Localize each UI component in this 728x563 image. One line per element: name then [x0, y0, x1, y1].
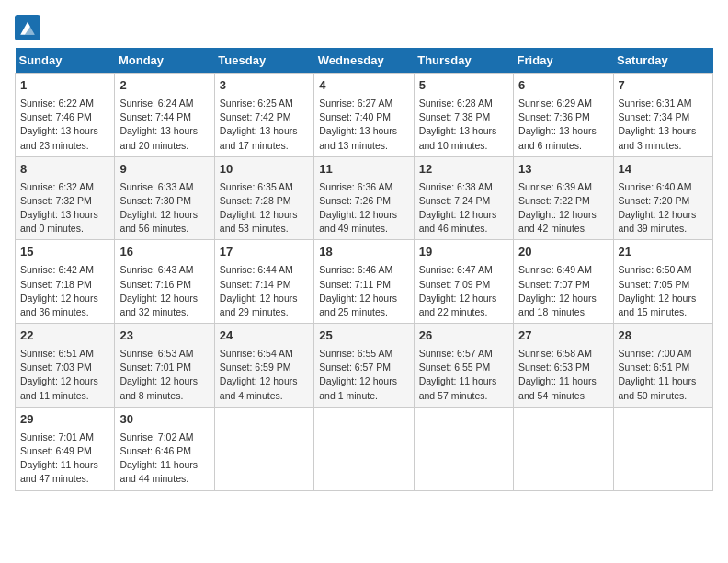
calendar-header: SundayMondayTuesdayWednesdayThursdayFrid…: [16, 48, 713, 74]
cell-content: Sunrise: 6:43 AMSunset: 7:16 PMDaylight:…: [119, 263, 209, 319]
calendar-cell: 1Sunrise: 6:22 AMSunset: 7:46 PMDaylight…: [16, 74, 115, 157]
day-number: 11: [319, 161, 408, 178]
calendar-week-3: 15Sunrise: 6:42 AMSunset: 7:18 PMDayligh…: [16, 240, 713, 324]
day-number: 10: [220, 161, 309, 178]
day-number: 8: [20, 161, 109, 178]
calendar-body: 1Sunrise: 6:22 AMSunset: 7:46 PMDaylight…: [16, 74, 713, 491]
day-number: 18: [319, 244, 408, 261]
calendar-cell: 8Sunrise: 6:32 AMSunset: 7:32 PMDaylight…: [16, 156, 115, 240]
weekday-header-sunday: Sunday: [16, 48, 115, 74]
cell-content: Sunrise: 6:27 AMSunset: 7:40 PMDaylight:…: [319, 97, 408, 153]
calendar-cell: 5Sunrise: 6:28 AMSunset: 7:38 PMDaylight…: [414, 74, 513, 157]
page-header: [15, 15, 713, 40]
day-number: 6: [518, 77, 608, 95]
cell-content: Sunrise: 6:36 AMSunset: 7:26 PMDaylight:…: [319, 180, 408, 236]
calendar-week-1: 1Sunrise: 6:22 AMSunset: 7:46 PMDaylight…: [16, 74, 713, 157]
cell-content: Sunrise: 6:33 AMSunset: 7:30 PMDaylight:…: [119, 180, 209, 236]
cell-content: Sunrise: 6:49 AMSunset: 7:07 PMDaylight:…: [518, 263, 608, 319]
calendar-cell: 17Sunrise: 6:44 AMSunset: 7:14 PMDayligh…: [214, 240, 313, 324]
cell-content: Sunrise: 6:35 AMSunset: 7:28 PMDaylight:…: [220, 180, 309, 236]
calendar-cell: 27Sunrise: 6:58 AMSunset: 6:53 PMDayligh…: [514, 324, 613, 408]
calendar-cell: 10Sunrise: 6:35 AMSunset: 7:28 PMDayligh…: [214, 156, 313, 240]
day-number: 2: [119, 77, 209, 95]
cell-content: Sunrise: 7:00 AMSunset: 6:51 PMDaylight:…: [619, 347, 708, 403]
cell-content: Sunrise: 6:32 AMSunset: 7:32 PMDaylight:…: [20, 180, 109, 236]
day-number: 12: [419, 161, 508, 178]
calendar-cell: 28Sunrise: 7:00 AMSunset: 6:51 PMDayligh…: [613, 324, 712, 408]
cell-content: Sunrise: 6:31 AMSunset: 7:34 PMDaylight:…: [619, 97, 708, 153]
day-number: 4: [319, 77, 408, 95]
cell-content: Sunrise: 6:53 AMSunset: 7:01 PMDaylight:…: [119, 347, 209, 403]
calendar-table: SundayMondayTuesdayWednesdayThursdayFrid…: [15, 48, 713, 491]
cell-content: Sunrise: 6:25 AMSunset: 7:42 PMDaylight:…: [220, 97, 309, 153]
cell-content: Sunrise: 6:54 AMSunset: 6:59 PMDaylight:…: [220, 347, 309, 403]
calendar-cell: 9Sunrise: 6:33 AMSunset: 7:30 PMDaylight…: [115, 156, 214, 240]
cell-content: Sunrise: 6:39 AMSunset: 7:22 PMDaylight:…: [518, 180, 608, 236]
calendar-cell: 11Sunrise: 6:36 AMSunset: 7:26 PMDayligh…: [314, 156, 414, 240]
day-number: 23: [119, 327, 209, 345]
day-number: 30: [119, 411, 209, 429]
weekday-row: SundayMondayTuesdayWednesdayThursdayFrid…: [16, 48, 713, 74]
calendar-cell: 14Sunrise: 6:40 AMSunset: 7:20 PMDayligh…: [613, 156, 712, 240]
day-number: 29: [20, 411, 109, 429]
day-number: 16: [119, 244, 209, 261]
cell-content: Sunrise: 6:42 AMSunset: 7:18 PMDaylight:…: [20, 263, 109, 319]
calendar-week-4: 22Sunrise: 6:51 AMSunset: 7:03 PMDayligh…: [16, 324, 713, 408]
day-number: 3: [220, 77, 309, 95]
cell-content: Sunrise: 7:02 AMSunset: 6:46 PMDaylight:…: [119, 431, 209, 487]
calendar-cell: 12Sunrise: 6:38 AMSunset: 7:24 PMDayligh…: [414, 156, 513, 240]
day-number: 19: [419, 244, 508, 261]
calendar-cell: 2Sunrise: 6:24 AMSunset: 7:44 PMDaylight…: [115, 74, 214, 157]
day-number: 14: [619, 161, 708, 178]
cell-content: Sunrise: 6:57 AMSunset: 6:55 PMDaylight:…: [419, 347, 508, 403]
day-number: 22: [20, 327, 109, 345]
day-number: 28: [619, 327, 708, 345]
day-number: 20: [518, 244, 608, 261]
cell-content: Sunrise: 6:58 AMSunset: 6:53 PMDaylight:…: [518, 347, 608, 403]
day-number: 25: [319, 327, 408, 345]
weekday-header-monday: Monday: [115, 48, 214, 74]
calendar-cell: 22Sunrise: 6:51 AMSunset: 7:03 PMDayligh…: [16, 324, 115, 408]
cell-content: Sunrise: 6:51 AMSunset: 7:03 PMDaylight:…: [20, 347, 109, 403]
cell-content: Sunrise: 6:24 AMSunset: 7:44 PMDaylight:…: [119, 97, 209, 153]
calendar-cell: 26Sunrise: 6:57 AMSunset: 6:55 PMDayligh…: [414, 324, 513, 408]
calendar-cell: [214, 407, 313, 490]
logo: [15, 15, 44, 40]
calendar-cell: 19Sunrise: 6:47 AMSunset: 7:09 PMDayligh…: [414, 240, 513, 324]
calendar-cell: 21Sunrise: 6:50 AMSunset: 7:05 PMDayligh…: [613, 240, 712, 324]
cell-content: Sunrise: 6:22 AMSunset: 7:46 PMDaylight:…: [20, 97, 109, 153]
calendar-cell: 25Sunrise: 6:55 AMSunset: 6:57 PMDayligh…: [314, 324, 414, 408]
cell-content: Sunrise: 7:01 AMSunset: 6:49 PMDaylight:…: [20, 431, 109, 487]
cell-content: Sunrise: 6:46 AMSunset: 7:11 PMDaylight:…: [319, 263, 408, 319]
calendar-cell: [414, 407, 513, 490]
cell-content: Sunrise: 6:29 AMSunset: 7:36 PMDaylight:…: [518, 97, 608, 153]
cell-content: Sunrise: 6:55 AMSunset: 6:57 PMDaylight:…: [319, 347, 408, 403]
weekday-header-thursday: Thursday: [414, 48, 513, 74]
day-number: 27: [518, 327, 608, 345]
calendar-cell: 18Sunrise: 6:46 AMSunset: 7:11 PMDayligh…: [314, 240, 414, 324]
day-number: 26: [419, 327, 508, 345]
day-number: 5: [419, 77, 508, 95]
cell-content: Sunrise: 6:28 AMSunset: 7:38 PMDaylight:…: [419, 97, 508, 153]
calendar-cell: 3Sunrise: 6:25 AMSunset: 7:42 PMDaylight…: [214, 74, 313, 157]
calendar-cell: 4Sunrise: 6:27 AMSunset: 7:40 PMDaylight…: [314, 74, 414, 157]
cell-content: Sunrise: 6:38 AMSunset: 7:24 PMDaylight:…: [419, 180, 508, 236]
day-number: 15: [20, 244, 109, 261]
cell-content: Sunrise: 6:50 AMSunset: 7:05 PMDaylight:…: [619, 263, 708, 319]
calendar-cell: 30Sunrise: 7:02 AMSunset: 6:46 PMDayligh…: [115, 407, 214, 490]
day-number: 7: [619, 77, 708, 95]
weekday-header-friday: Friday: [514, 48, 613, 74]
calendar-cell: 29Sunrise: 7:01 AMSunset: 6:49 PMDayligh…: [16, 407, 115, 490]
calendar-cell: 6Sunrise: 6:29 AMSunset: 7:36 PMDaylight…: [514, 74, 613, 157]
calendar-cell: [514, 407, 613, 490]
calendar-cell: [613, 407, 712, 490]
calendar-cell: 16Sunrise: 6:43 AMSunset: 7:16 PMDayligh…: [115, 240, 214, 324]
weekday-header-tuesday: Tuesday: [214, 48, 313, 74]
calendar-cell: 15Sunrise: 6:42 AMSunset: 7:18 PMDayligh…: [16, 240, 115, 324]
day-number: 1: [20, 77, 109, 95]
day-number: 24: [220, 327, 309, 345]
calendar-cell: [314, 407, 414, 490]
calendar-cell: 24Sunrise: 6:54 AMSunset: 6:59 PMDayligh…: [214, 324, 313, 408]
day-number: 21: [619, 244, 708, 261]
calendar-cell: 20Sunrise: 6:49 AMSunset: 7:07 PMDayligh…: [514, 240, 613, 324]
